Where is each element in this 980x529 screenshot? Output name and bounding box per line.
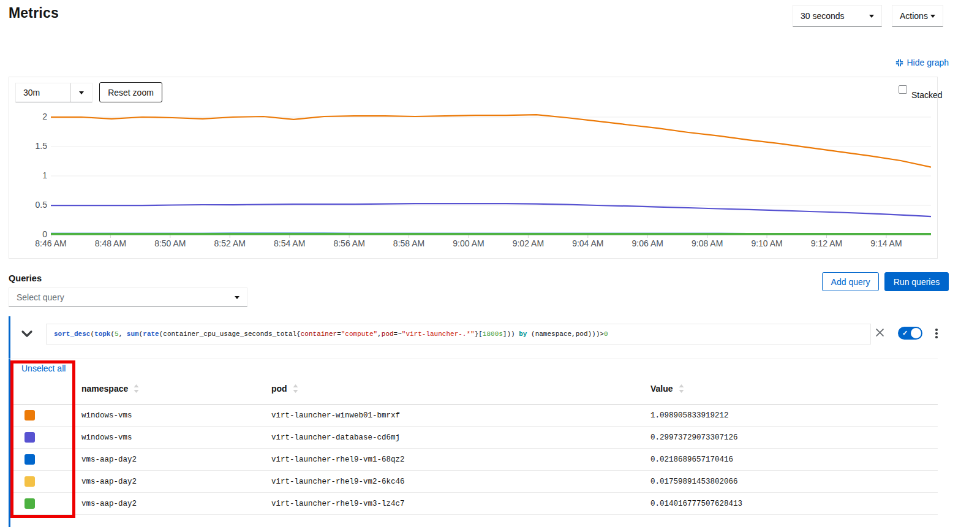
namespace-cell: vms-aap-day2 [81,493,137,515]
chevron-down-icon [869,15,874,18]
results-table-header: namespacepodValue [12,379,938,405]
timespan-select[interactable]: 30m [15,83,92,102]
column-header-pod[interactable]: pod [271,384,298,394]
series-line-virt-launcher-winweb01-bmrxf [51,115,931,167]
pod-cell: virt-launcher-rhel9-vm3-lz4c7 [271,493,405,515]
value-cell: 0.29973729073307126 [650,427,738,449]
value-cell: 0.01759891453802066 [650,471,738,493]
column-label: namespace [81,384,128,394]
x-tick-label: 9:00 AM [441,238,496,248]
promql-token: = [337,330,341,338]
enable-query-toggle[interactable]: ✓ [898,327,922,340]
namespace-cell: windows-vms [81,405,132,427]
promql-token: 0 [604,330,608,338]
clear-query-icon[interactable] [874,328,885,339]
chevron-down-icon [79,91,84,94]
series-color-swatch[interactable] [24,432,35,443]
x-tick-label: 9:06 AM [620,238,675,248]
refresh-interval-select[interactable]: 30 seconds [793,5,882,27]
y-tick-label: 2 [17,112,47,121]
value-cell: 1.098905833919212 [650,405,729,427]
hide-graph-label: Hide graph [907,58,949,67]
promql-token: 5 [115,330,119,338]
column-label: Value [650,384,673,394]
actions-dropdown[interactable]: Actions [892,5,943,27]
value-cell: 0.0218689657170416 [650,449,733,471]
page-title: Metrics [9,5,59,21]
x-tick-label: 9:10 AM [739,238,794,248]
stacked-checkbox[interactable] [899,85,907,94]
column-header-value[interactable]: Value [650,384,684,394]
promql-token: container [301,330,337,338]
chevron-down-icon [21,330,33,338]
x-tick-label: 9:08 AM [680,238,735,248]
reset-zoom-button[interactable]: Reset zoom [99,82,162,102]
series-color-swatch[interactable] [24,476,35,487]
unselect-all-link[interactable]: Unselect all [21,363,66,373]
pod-cell: virt-launcher-winweb01-bmrxf [271,405,400,427]
hide-graph-link[interactable]: Hide graph [895,58,949,67]
x-tick-label: 8:50 AM [143,238,198,248]
promql-token: =~ [394,330,402,338]
series-color-swatch[interactable] [24,410,35,421]
promql-token: ( [110,330,115,338]
value-cell: 0.014016777507628413 [650,493,742,515]
query-selected-accent-bar [9,316,10,527]
series-color-swatch[interactable] [24,454,35,465]
sort-icon[interactable] [134,384,139,393]
table-row: vms-aap-day2virt-launcher-rhel9-vm2-6kc4… [12,471,938,493]
close-icon [875,328,884,337]
namespace-cell: windows-vms [81,427,132,449]
kebab-icon [935,329,938,331]
table-row: windows-vmsvirt-launcher-database-cd6mj0… [12,427,938,449]
y-tick-label: 1.5 [17,141,47,151]
metrics-page: Metrics 30 seconds Actions Hide graph 30… [0,0,980,529]
toggle-knob [911,328,921,338]
x-tick-label: 8:52 AM [202,238,257,248]
table-row: vms-aap-day2virt-launcher-rhel9-vm1-68qz… [12,449,938,471]
x-tick-label: 9:04 AM [560,238,616,248]
promql-token: (namespace,pod)))> [527,330,603,338]
compress-icon [895,59,903,67]
sort-icon[interactable] [293,384,298,393]
series-color-swatch[interactable] [24,498,35,509]
chevron-down-icon [930,15,935,18]
promql-token: 1800s [483,330,503,338]
collapse-query-chevron[interactable] [18,327,36,342]
promql-token: }[ [475,330,483,338]
add-query-button[interactable]: Add query [822,272,879,291]
check-icon: ✓ [902,329,908,337]
x-tick-label: 8:58 AM [382,238,437,248]
y-tick-label: 0.5 [17,200,47,210]
promql-token: , [377,330,382,338]
promql-expression-input[interactable]: sort_desc(topk(5, sum(rate(container_cpu… [46,324,871,344]
namespace-cell: vms-aap-day2 [81,449,137,471]
select-query-placeholder: Select query [17,292,64,302]
pod-cell: virt-launcher-rhel9-vm2-6kc46 [271,471,405,493]
timespan-value: 30m [16,83,70,102]
sort-icon[interactable] [679,384,684,393]
stacked-label: Stacked [911,90,943,100]
x-tick-label: 8:46 AM [23,238,78,248]
chevron-down-icon [235,296,239,299]
select-query-dropdown[interactable]: Select query [9,287,247,307]
promql-token: "virt-launcher-.*" [402,330,475,338]
metrics-graph-panel: 30m Reset zoom Stacked 00.511.52 8:46 AM… [9,77,938,259]
actions-label: Actions [900,11,928,21]
run-queries-button[interactable]: Run queries [884,272,949,291]
refresh-interval-value: 30 seconds [801,11,845,21]
promql-token: sort_desc [54,330,90,338]
promql-token: by [519,330,527,338]
usage-line-chart[interactable] [51,112,931,242]
y-tick-label: 0 [17,229,47,239]
promql-token: rate [143,330,159,338]
x-tick-label: 9:14 AM [859,238,914,248]
column-header-namespace[interactable]: namespace [81,384,139,394]
promql-token: , [119,330,127,338]
promql-token: ( [90,330,94,338]
promql-token: topk [94,330,110,338]
column-label: pod [271,384,287,394]
query-kebab-menu[interactable] [932,327,941,340]
promql-token: ( [139,330,143,338]
promql-token: pod [382,330,394,338]
